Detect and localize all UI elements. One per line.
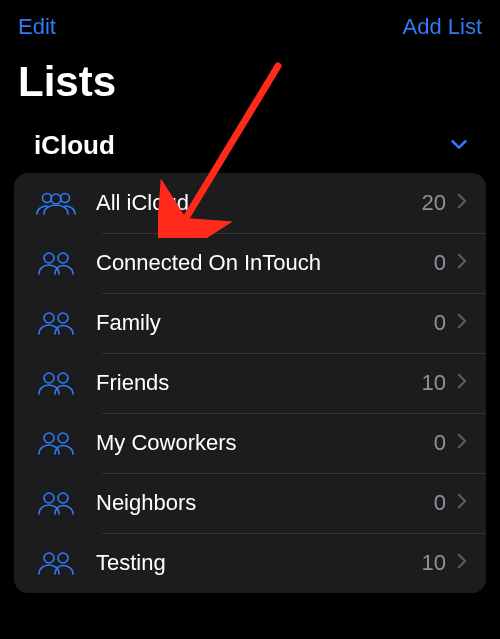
- svg-point-11: [44, 493, 54, 503]
- list-item-count: 0: [434, 250, 446, 276]
- list-item[interactable]: Family0: [14, 293, 486, 353]
- chevron-right-icon: [454, 370, 470, 396]
- account-name-label: iCloud: [34, 130, 115, 161]
- chevron-right-icon: [454, 310, 470, 336]
- page-title: Lists: [0, 44, 500, 120]
- list-item-count: 10: [422, 370, 446, 396]
- list-item-label: My Coworkers: [96, 430, 434, 456]
- svg-point-5: [44, 313, 54, 323]
- people-icon: [28, 490, 84, 516]
- chevron-right-icon: [454, 250, 470, 276]
- list-item-label: Friends: [96, 370, 422, 396]
- chevron-down-icon: [448, 133, 470, 159]
- svg-point-1: [61, 194, 70, 203]
- chevron-right-icon: [454, 550, 470, 576]
- svg-point-9: [44, 433, 54, 443]
- svg-point-2: [51, 194, 61, 204]
- list-item-label: Connected On InTouch: [96, 250, 434, 276]
- list-item[interactable]: Friends10: [14, 353, 486, 413]
- people-icon: [28, 550, 84, 576]
- add-list-button[interactable]: Add List: [403, 14, 483, 40]
- svg-point-0: [43, 194, 52, 203]
- list-item-count: 0: [434, 430, 446, 456]
- chevron-right-icon: [454, 190, 470, 216]
- people-icon: [28, 430, 84, 456]
- list-item[interactable]: Neighbors0: [14, 473, 486, 533]
- toolbar: Edit Add List: [0, 0, 500, 44]
- list-item-count: 10: [422, 550, 446, 576]
- list-item[interactable]: Connected On InTouch0: [14, 233, 486, 293]
- chevron-right-icon: [454, 490, 470, 516]
- list-item-label: Neighbors: [96, 490, 434, 516]
- people-icon: [28, 310, 84, 336]
- list-item-count: 0: [434, 310, 446, 336]
- list-item[interactable]: My Coworkers0: [14, 413, 486, 473]
- people-icon: [28, 250, 84, 276]
- chevron-right-icon: [454, 430, 470, 456]
- svg-point-13: [44, 553, 54, 563]
- svg-point-8: [58, 373, 68, 383]
- svg-point-10: [58, 433, 68, 443]
- edit-button[interactable]: Edit: [18, 14, 56, 40]
- list-item-label: All iCloud: [96, 190, 422, 216]
- list-item[interactable]: All iCloud20: [14, 173, 486, 233]
- svg-point-7: [44, 373, 54, 383]
- svg-point-12: [58, 493, 68, 503]
- svg-point-6: [58, 313, 68, 323]
- svg-point-3: [44, 253, 54, 263]
- account-header[interactable]: iCloud: [0, 120, 500, 173]
- list-item-count: 0: [434, 490, 446, 516]
- people-icon: [28, 190, 84, 216]
- list-item-count: 20: [422, 190, 446, 216]
- list-item-label: Testing: [96, 550, 422, 576]
- list-item[interactable]: Testing10: [14, 533, 486, 593]
- svg-point-14: [58, 553, 68, 563]
- people-icon: [28, 370, 84, 396]
- svg-point-4: [58, 253, 68, 263]
- list-item-label: Family: [96, 310, 434, 336]
- lists-card: All iCloud20Connected On InTouch0Family0…: [14, 173, 486, 593]
